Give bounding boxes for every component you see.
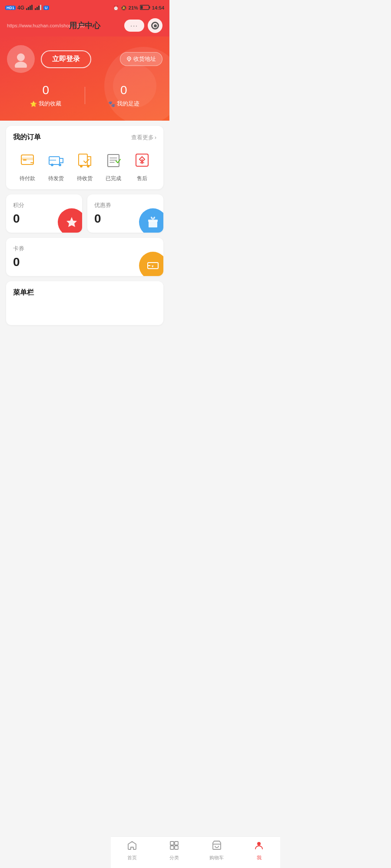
status-bar: HD1 4G U ⏰ 🔕 21%: [0, 0, 169, 15]
record-circle-icon: [151, 22, 159, 30]
order-icons-row: 待付款 待发货: [13, 149, 156, 182]
battery-icon: [140, 5, 150, 11]
signal-bars-2: [35, 5, 42, 11]
svg-point-24: [80, 165, 83, 168]
points-card[interactable]: 积分 0: [6, 194, 82, 233]
svg-rect-2: [30, 6, 31, 10]
svg-point-13: [127, 57, 131, 60]
status-right: ⏰ 🔕 21% 14:54: [113, 5, 164, 11]
aftersale-label: 售后: [137, 175, 147, 182]
pending-ship-icon-wrap: [45, 149, 67, 171]
favorites-count: 0: [7, 83, 85, 97]
login-button[interactable]: 立即登录: [41, 50, 91, 68]
favorites-label: ⭐ 我的收藏: [7, 100, 85, 108]
orders-header: 我的订单 查看更多 ›: [13, 133, 156, 142]
time-display: 14:54: [152, 5, 164, 10]
svg-rect-5: [36, 7, 38, 10]
pending-receive-label: 待收货: [77, 175, 93, 182]
order-item-completed[interactable]: 已完成: [102, 149, 125, 182]
svg-point-21: [59, 164, 61, 166]
pending-payment-label: 待付款: [20, 175, 35, 182]
svg-rect-19: [49, 157, 60, 164]
chevron-right-icon: ›: [155, 134, 156, 141]
footprint-count: 0: [85, 83, 163, 97]
page-title: 用户中心: [69, 20, 100, 31]
svg-rect-18: [23, 159, 27, 161]
completed-label: 已完成: [106, 175, 121, 182]
svg-point-25: [87, 165, 89, 168]
signal-4g: 4G: [17, 5, 24, 11]
record-button[interactable]: [148, 18, 162, 33]
svg-rect-3: [31, 5, 33, 10]
hero-section: 立即登录 收货地址 0 ⭐ 我的收藏 0 🐾 我的足迹: [0, 36, 169, 121]
hero-stats: 0 ⭐ 我的收藏 0 🐾 我的足迹: [7, 83, 162, 108]
pending-ship-icon: [46, 151, 66, 170]
favorites-stat[interactable]: 0 ⭐ 我的收藏: [7, 83, 85, 108]
footprint-icon: 🐾: [108, 101, 115, 107]
avatar-icon: [12, 50, 30, 68]
pending-payment-icon-wrap: [16, 149, 39, 171]
footprint-stat[interactable]: 0 🐾 我的足迹: [85, 83, 163, 108]
pending-ship-label: 待发货: [48, 175, 64, 182]
svg-point-11: [17, 53, 25, 61]
orders-section: 我的订单 查看更多 › 待付款: [6, 126, 163, 189]
address-button[interactable]: 收货地址: [120, 52, 162, 66]
order-item-aftersale[interactable]: 售后: [131, 149, 153, 182]
points-label: 积分: [13, 201, 75, 209]
orders-more-button[interactable]: 查看更多 ›: [131, 134, 156, 141]
coupon-label: 优惠券: [94, 201, 156, 209]
menu-section: 菜单栏: [6, 281, 163, 325]
orders-more-label: 查看更多: [131, 134, 154, 141]
pending-receive-icon: [75, 151, 94, 170]
hero-top: 立即登录 收货地址: [7, 45, 162, 73]
page-header: https://www.huzhan.com/ishop44138 用户中心 ·…: [0, 15, 169, 36]
card-voucher-card[interactable]: 卡券 0 ¥: [6, 238, 163, 276]
signal-bars: [26, 5, 33, 11]
aftersale-icon-wrap: [131, 149, 153, 171]
status-left: HD1 4G U: [5, 5, 49, 11]
location-icon: [126, 56, 132, 62]
svg-rect-4: [35, 8, 36, 10]
order-item-pending-ship[interactable]: 待发货: [45, 149, 67, 182]
svg-rect-26: [108, 155, 119, 167]
svg-rect-10: [140, 6, 142, 9]
mute-icon: 🔕: [121, 5, 127, 11]
alarm-icon: ⏰: [113, 5, 119, 11]
hero-left: 立即登录: [7, 45, 91, 73]
coupon-badge-icon: [139, 208, 163, 233]
avatar[interactable]: [7, 45, 35, 73]
menu-title: 菜单栏: [13, 288, 156, 297]
pending-receive-icon-wrap: [73, 149, 96, 171]
footprint-label: 🐾 我的足迹: [85, 100, 163, 108]
svg-rect-9: [149, 7, 150, 9]
gift-icon: [146, 215, 160, 229]
svg-rect-7: [40, 5, 41, 10]
svg-point-12: [15, 62, 27, 68]
svg-rect-32: [149, 221, 157, 227]
hd1-badge: HD1: [5, 6, 16, 10]
orders-title: 我的订单: [13, 133, 41, 142]
svg-point-20: [51, 164, 53, 166]
voucher-icon: ¥: [146, 259, 160, 273]
svg-rect-23: [79, 154, 87, 165]
dots-button[interactable]: ···: [124, 20, 144, 32]
svg-rect-6: [38, 6, 40, 10]
card-voucher-label: 卡券: [13, 245, 156, 253]
svg-text:¥: ¥: [152, 264, 154, 268]
completed-icon-wrap: [102, 149, 125, 171]
voucher-badge-icon: ¥: [139, 252, 163, 276]
svg-rect-0: [26, 8, 27, 10]
svg-marker-31: [66, 217, 77, 227]
order-item-pending-payment[interactable]: 待付款: [16, 149, 39, 182]
coupon-card[interactable]: 优惠券 0: [87, 194, 163, 233]
cards-row: 积分 0 优惠券 0: [6, 194, 163, 233]
aftersale-icon: [133, 151, 152, 170]
star-badge-icon: [65, 215, 79, 229]
completed-icon: [104, 151, 123, 170]
order-item-pending-receive[interactable]: 待收货: [73, 149, 96, 182]
svg-point-14: [129, 58, 130, 59]
record-dot-icon: [154, 24, 157, 27]
star-icon: ⭐: [30, 101, 37, 107]
menu-content: [13, 301, 156, 318]
svg-rect-1: [28, 7, 29, 10]
